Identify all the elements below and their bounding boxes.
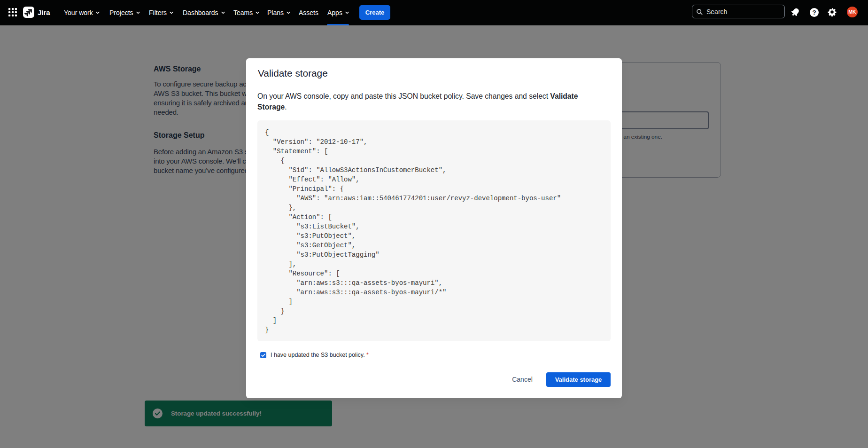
svg-text:?: ? <box>812 9 816 16</box>
